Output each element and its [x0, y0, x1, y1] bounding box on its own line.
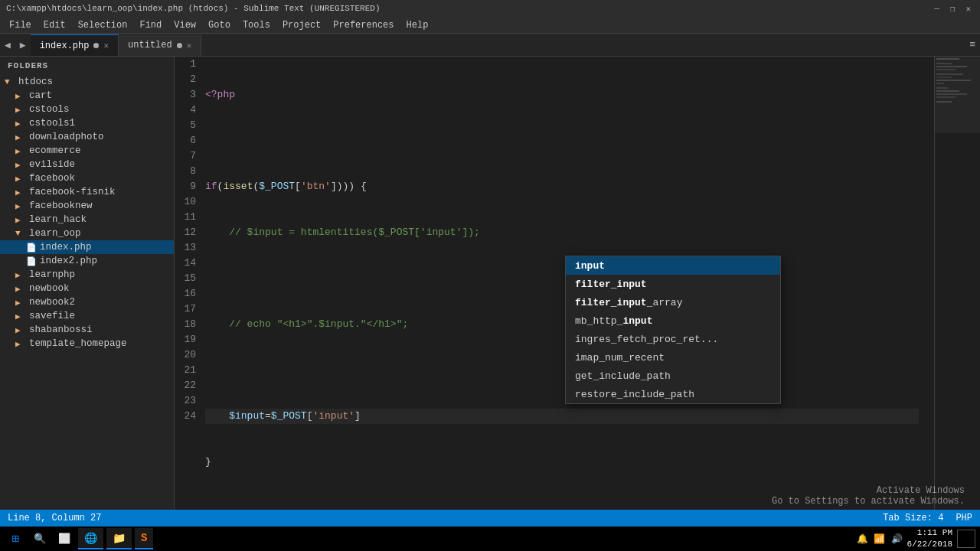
autocomplete-label-imap-num-recent: imap_num_recent [575, 352, 665, 364]
folder-icon-cstools: ▶ [15, 105, 26, 115]
cortana-button[interactable]: ⬜ [54, 528, 75, 549]
sidebar-item-shabanbossi[interactable]: ▶ shabanbossi [0, 323, 174, 337]
sidebar-item-cstools1[interactable]: ▶ cstools1 [0, 116, 174, 130]
folder-icon-ecommerce: ▶ [15, 146, 26, 156]
minimize-button[interactable]: — [931, 4, 942, 14]
cortana-icon: ⬜ [58, 533, 70, 545]
folder-icon-learn-hack: ▶ [15, 215, 26, 225]
menu-bar: File Edit Selection Find View Goto Tools… [0, 17, 980, 34]
taskbar-clock[interactable]: 1:11 PM 6/22/2018 [907, 527, 952, 551]
ln-15: 15 [179, 271, 196, 286]
taskbar-app-sublime[interactable]: S [135, 528, 153, 549]
sidebar-item-newbook[interactable]: ▶ newbook [0, 282, 174, 295]
folder-label-newbook: newbook [29, 283, 70, 294]
sidebar-item-htdocs[interactable]: ▼ htdocs [0, 75, 174, 89]
sidebar-item-template-homepage[interactable]: ▶ template_homepage [0, 337, 174, 350]
folder-icon-template-homepage: ▶ [15, 339, 26, 349]
autocomplete-item-imap-num-recent[interactable]: imap_num_recent [566, 348, 780, 367]
menu-find[interactable]: Find [133, 18, 168, 32]
ln-5: 5 [179, 118, 196, 133]
folder-icon-newbook2: ▶ [15, 298, 26, 308]
folder-label-evilside: evilside [29, 159, 75, 170]
menu-view[interactable]: View [168, 18, 202, 32]
autocomplete-item-filter-input-array[interactable]: filter_input_array [566, 293, 780, 311]
tab-modified-dot-2 [177, 43, 182, 48]
sidebar-item-cstools[interactable]: ▶ cstools [0, 103, 174, 116]
file-icon-index-php: 📄 [26, 243, 37, 253]
ln-20: 20 [179, 347, 196, 363]
autocomplete-dropdown[interactable]: input filter_input filter_input_array mb… [565, 256, 781, 404]
sidebar-item-cart[interactable]: ▶ cart [0, 89, 174, 103]
tab-close-untitled[interactable]: ✕ [187, 41, 192, 51]
code-line-5 [205, 271, 919, 286]
sidebar-item-downloadphoto[interactable]: ▶ downloadphoto [0, 130, 174, 144]
status-language: PHP [956, 513, 972, 523]
taskbar: ⊞ 🔍 ⬜ 🌐 📁 S 🔔 📶 🔊 1:11 PM 6/22/2018 [0, 527, 980, 551]
sidebar-item-facebooknew[interactable]: ▶ facebooknew [0, 199, 174, 213]
tab-untitled[interactable]: untitled ✕ [119, 34, 201, 56]
folder-label-cart: cart [29, 90, 52, 101]
folder-icon-downloadphoto: ▶ [15, 132, 26, 142]
sidebar-item-savefile[interactable]: ▶ savefile [0, 309, 174, 323]
autocomplete-item-ingres[interactable]: ingres_fetch_proc_ret... [566, 330, 780, 348]
folder-icon-facebooknew: ▶ [15, 201, 26, 211]
autocomplete-item-filter-input[interactable]: filter_input [566, 275, 780, 293]
svg-rect-14 [935, 57, 980, 133]
tab-prev-arrow[interactable]: ◀ [0, 39, 15, 51]
start-button[interactable]: ⊞ [5, 528, 26, 549]
menu-file[interactable]: File [3, 18, 38, 32]
sidebar: FOLDERS ▼ htdocs ▶ cart ▶ cstools ▶ csto… [0, 57, 175, 510]
code-line-2 [205, 133, 919, 148]
tab-index-php[interactable]: index.php ✕ [31, 34, 119, 56]
menu-preferences[interactable]: Preferences [327, 18, 400, 32]
folder-label-newbook2: newbook2 [29, 297, 75, 308]
show-desktop-button[interactable] [957, 530, 975, 548]
sidebar-item-learn-hack[interactable]: ▶ learn_hack [0, 213, 174, 227]
taskbar-app-explorer[interactable]: 📁 [106, 528, 132, 549]
menu-goto[interactable]: Goto [202, 18, 237, 32]
code-editor[interactable]: 1 2 3 4 5 6 7 8 9 10 11 12 13 14 15 16 1… [175, 57, 980, 510]
code-line-7 [205, 363, 919, 378]
ln-7: 7 [179, 148, 196, 164]
sidebar-item-index2-php[interactable]: 📄 index2.php [0, 254, 174, 268]
folder-label-savefile: savefile [29, 311, 75, 321]
menu-edit[interactable]: Edit [38, 18, 72, 32]
search-button[interactable]: 🔍 [29, 528, 51, 549]
autocomplete-item-get-include-path[interactable]: get_include_path [566, 367, 780, 385]
autocomplete-item-input[interactable]: input [566, 256, 780, 275]
sidebar-item-newbook2[interactable]: ▶ newbook2 [0, 295, 174, 309]
folder-open-icon: ▼ [5, 77, 15, 86]
sidebar-item-learnphp[interactable]: ▶ learnphp [0, 268, 174, 282]
autocomplete-label-filter-input: filter_input [575, 279, 647, 290]
menu-tools[interactable]: Tools [237, 18, 276, 32]
sidebar-item-facebook[interactable]: ▶ facebook [0, 171, 174, 185]
maximize-button[interactable]: ❐ [947, 4, 959, 14]
sidebar-item-learn-oop[interactable]: ▼ learn_oop [0, 227, 174, 240]
sidebar-item-index-php[interactable]: 📄 index.php [0, 240, 174, 254]
menu-help[interactable]: Help [400, 18, 435, 32]
sidebar-item-ecommerce[interactable]: ▶ ecommerce [0, 144, 174, 158]
autocomplete-item-restore-include-path[interactable]: restore_include_path [566, 385, 780, 403]
code-line-10 [205, 500, 919, 510]
tab-close-index-php[interactable]: ✕ [103, 41, 109, 51]
autocomplete-item-mb-http-input[interactable]: mb_http_input [566, 311, 780, 330]
sidebar-item-facebook-fisnik[interactable]: ▶ facebook-fisnik [0, 185, 174, 199]
menu-selection[interactable]: Selection [72, 18, 134, 32]
ln-12: 12 [179, 225, 196, 240]
code-line-3: if (isset($_POST['btn']))) { [205, 179, 919, 194]
ln-4: 4 [179, 103, 196, 118]
status-bar-right: Tab Size: 4 PHP [883, 513, 972, 523]
folder-label-facebook: facebook [29, 173, 75, 184]
close-button[interactable]: ✕ [962, 4, 974, 14]
taskbar-app-ie[interactable]: 🌐 [78, 528, 103, 549]
ln-21: 21 [179, 363, 196, 378]
tab-right-end-arrow[interactable]: ≡ [965, 39, 980, 51]
minimap [934, 57, 980, 510]
ln-6: 6 [179, 133, 196, 148]
tab-next-arrow[interactable]: ▶ [15, 39, 31, 51]
editor-area: 1 2 3 4 5 6 7 8 9 10 11 12 13 14 15 16 1… [175, 57, 980, 510]
sidebar-item-evilside[interactable]: ▶ evilside [0, 158, 174, 171]
ln-16: 16 [179, 286, 196, 302]
folder-icon-facebook: ▶ [15, 174, 26, 184]
menu-project[interactable]: Project [276, 18, 327, 32]
